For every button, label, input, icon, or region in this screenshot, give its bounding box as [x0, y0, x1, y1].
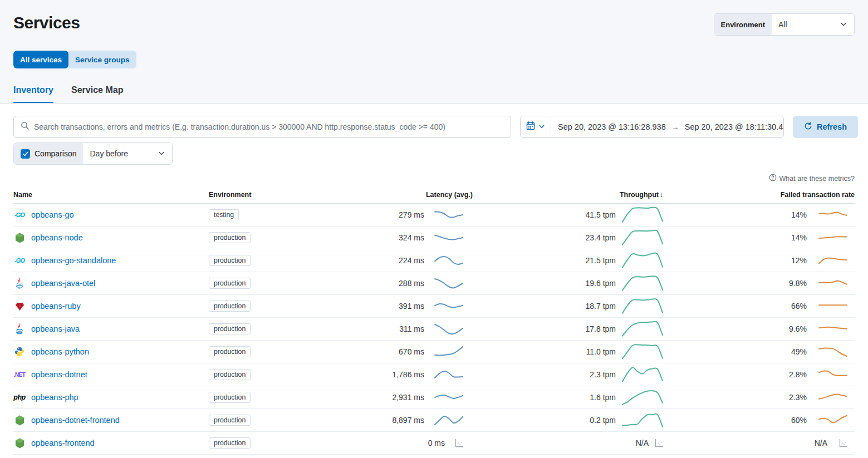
refresh-icon	[804, 122, 812, 132]
throughput-value: 41.5 tpm	[586, 210, 616, 219]
table-row: .NET opbeans-dotnet production 1,786 ms …	[13, 363, 855, 386]
failed-rate-sparkline	[818, 391, 848, 403]
column-header-environment[interactable]: Environment	[209, 191, 351, 199]
failed-rate-sparkline	[818, 414, 848, 426]
service-view-toggle: All services Service groups	[13, 51, 136, 68]
failed-rate-value: 14%	[791, 233, 807, 242]
environment-badge: production	[209, 369, 251, 380]
failed-rate-sparkline	[818, 368, 848, 381]
comparison-checkbox[interactable]	[21, 149, 30, 159]
table-row: opbeans-frontend production 0 ms N/A N/A	[13, 432, 855, 455]
comparison-select[interactable]: Day before	[83, 143, 172, 164]
service-icon: -GO	[13, 257, 26, 264]
metrics-help-label: What are these metrics?	[779, 175, 855, 183]
failed-rate-value: 60%	[791, 416, 807, 425]
time-range-picker: Sep 20, 2023 @ 13:16:28.938 → Sep 20, 20…	[520, 116, 784, 138]
service-icon	[13, 302, 26, 311]
service-icon	[13, 438, 26, 449]
service-icon: -GO	[13, 211, 26, 218]
table-row: php opbeans-php production 2,931 ms 1.6 …	[13, 386, 855, 409]
failed-rate-value: 2.8%	[789, 370, 807, 379]
environment-select[interactable]: All	[772, 14, 854, 35]
latency-value: 670 ms	[399, 347, 424, 356]
comparison-select-value: Day before	[90, 149, 127, 158]
tab-service-map[interactable]: Service Map	[71, 85, 123, 103]
service-link[interactable]: opbeans-frontend	[31, 439, 95, 447]
latency-sparkline	[434, 231, 464, 244]
column-header-latency[interactable]: Latency (avg.)	[351, 191, 480, 199]
search-input[interactable]	[34, 122, 504, 131]
service-link[interactable]: opbeans-node	[31, 233, 83, 242]
environment-badge: production	[209, 392, 251, 403]
service-link[interactable]: opbeans-dotnet-frontend	[31, 416, 120, 425]
column-header-name[interactable]: Name	[13, 191, 209, 199]
table-row: opbeans-node production 324 ms 23.4 tpm …	[13, 226, 855, 249]
latency-sparkline	[434, 413, 464, 427]
throughput-sparkline	[621, 252, 664, 269]
failed-rate-value: 2.3%	[789, 393, 807, 402]
service-link[interactable]: opbeans-dotnet	[31, 370, 87, 379]
latency-value: 224 ms	[399, 256, 424, 265]
table-row: -GO opbeans-go-standalone production 224…	[13, 249, 855, 272]
all-services-button[interactable]: All services	[13, 51, 68, 68]
latency-value: 279 ms	[399, 210, 424, 219]
service-icon	[13, 278, 26, 289]
quick-select-menu[interactable]	[521, 116, 551, 137]
failed-rate-sparkline	[818, 323, 848, 335]
throughput-value: 2.3 tpm	[590, 370, 616, 379]
latency-value: 324 ms	[399, 233, 424, 242]
throughput-sparkline	[621, 206, 664, 224]
throughput-value: 1.6 tpm	[590, 393, 616, 402]
failed-rate-sparkline	[818, 346, 848, 358]
environment-filter: Environment All	[714, 13, 855, 36]
column-header-throughput[interactable]: Throughput↓	[480, 191, 679, 199]
service-link[interactable]: opbeans-go-standalone	[31, 256, 116, 265]
failed-rate-value: 66%	[791, 302, 807, 311]
service-link[interactable]: opbeans-php	[31, 393, 79, 402]
environment-badge: production	[209, 437, 251, 449]
latency-sparkline	[434, 322, 464, 336]
throughput-value: 0.2 tpm	[590, 416, 616, 425]
throughput-sparkline	[621, 388, 664, 406]
chevron-down-icon	[158, 149, 165, 159]
chevron-down-icon	[840, 20, 847, 29]
failed-rate-sparkline	[818, 232, 848, 244]
table-row: opbeans-dotnet-frontend production 8,897…	[13, 409, 855, 432]
throughput-value: 21.5 tpm	[586, 256, 616, 265]
service-link[interactable]: opbeans-python	[31, 347, 89, 356]
service-link[interactable]: opbeans-java-otel	[31, 279, 95, 288]
environment-badge: production	[209, 255, 251, 266]
throughput-value: 19.6 tpm	[586, 279, 616, 288]
service-icon	[13, 415, 26, 426]
refresh-button[interactable]: Refresh	[793, 116, 858, 138]
column-header-failed-rate[interactable]: Failed transaction rate	[679, 191, 855, 199]
latency-value: 288 ms	[399, 279, 424, 288]
table-row: opbeans-java-otel production 288 ms 19.6…	[13, 272, 855, 295]
failed-rate-value: 49%	[791, 347, 807, 356]
start-date[interactable]: Sep 20, 2023 @ 13:16:28.938	[558, 122, 666, 131]
environment-filter-label: Environment	[714, 14, 772, 35]
latency-value: 8,897 ms	[392, 416, 424, 425]
failed-rate-sparkline	[818, 209, 848, 221]
service-groups-button[interactable]: Service groups	[68, 51, 136, 68]
service-link[interactable]: opbeans-go	[31, 210, 74, 219]
environment-badge: production	[209, 346, 251, 357]
service-link[interactable]: opbeans-java	[31, 324, 80, 333]
tab-inventory[interactable]: Inventory	[13, 85, 53, 103]
service-link[interactable]: opbeans-ruby	[31, 302, 81, 311]
environment-select-value: All	[778, 20, 787, 29]
throughput-sparkline	[654, 439, 664, 448]
table-row: -GO opbeans-go testing 279 ms 41.5 tpm 1…	[13, 204, 855, 226]
services-table: Name Environment Latency (avg.) Throughp…	[13, 188, 855, 455]
service-icon	[13, 347, 26, 357]
metrics-help-link[interactable]: What are these metrics?	[13, 174, 855, 183]
throughput-value: 18.7 tpm	[586, 302, 616, 311]
end-date[interactable]: Sep 20, 2023 @ 18:11:30.483	[685, 122, 784, 131]
throughput-value: N/A	[636, 439, 649, 447]
search-bar	[13, 116, 511, 138]
page-title: Services	[13, 13, 80, 32]
table-header: Name Environment Latency (avg.) Throughp…	[13, 188, 855, 204]
throughput-value: 23.4 tpm	[586, 233, 616, 242]
page-header: Services Environment All All services Se…	[0, 0, 868, 104]
latency-sparkline	[434, 254, 464, 267]
